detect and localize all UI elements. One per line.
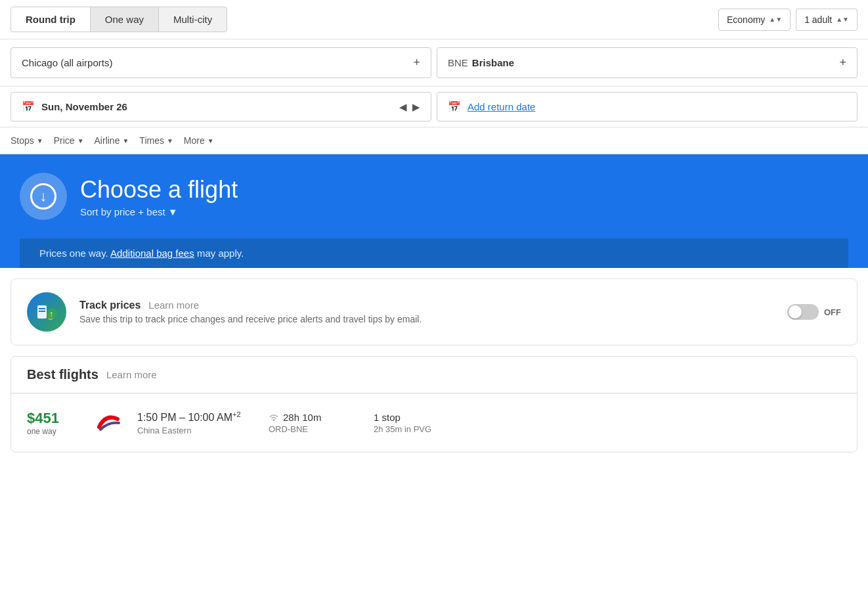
stops-count: 1 stop (374, 412, 431, 423)
toggle-knob (789, 305, 802, 319)
svg-text:↑: ↑ (49, 309, 53, 319)
cabin-class-arrows: ▲▼ (769, 16, 782, 23)
best-flights-header: Best flights Learn more (11, 357, 857, 393)
trip-tab-group: Round trip One way Multi-city (11, 7, 227, 32)
passengers-label: 1 adult (804, 14, 832, 25)
origin-text: Chicago (all airports) (22, 57, 112, 68)
filter-more-label: More (184, 135, 205, 146)
departure-date-text: Sun, November 26 (41, 101, 127, 112)
destination-code: BNE (448, 57, 468, 68)
filter-price-label: Price (54, 135, 75, 146)
airline-chevron-icon: ▼ (122, 137, 129, 144)
destination-city: Brisbane (472, 57, 514, 68)
svg-rect-2 (39, 311, 45, 312)
best-flights-title: Best flights (27, 367, 98, 382)
may-apply-text: may apply. (197, 248, 244, 259)
choose-flight-title: Choose a flight (80, 176, 238, 204)
track-toggle-wrap: OFF (787, 304, 841, 320)
flight-times: 1:50 PM – 10:00 AM+2 China Eastern (137, 410, 255, 435)
filter-stops-label: Stops (11, 135, 34, 146)
prices-one-way-text: Prices one way. (39, 248, 108, 259)
origin-plus[interactable]: + (413, 56, 420, 70)
filter-times-label: Times (139, 135, 164, 146)
tab-multi-city[interactable]: Multi-city (158, 7, 227, 32)
filter-airline-label: Airline (95, 135, 120, 146)
trip-type-bar: Round trip One way Multi-city Economy ▲▼… (0, 0, 868, 39)
sort-by-text: Sort by price + best (80, 206, 165, 217)
flight-route: ORD-BNE (269, 424, 360, 434)
date-nav-arrows: ◀ ▶ (399, 101, 420, 113)
more-chevron-icon: ▼ (207, 137, 214, 144)
track-title-row: Track prices Learn more (79, 299, 774, 311)
tab-one-way[interactable]: One way (91, 7, 158, 32)
best-flights-learn-more[interactable]: Learn more (106, 369, 157, 380)
track-prices-text: Track prices Learn more Save this trip t… (79, 299, 774, 324)
filter-row: Stops ▼ Price ▼ Airline ▼ Times ▼ More ▼ (0, 127, 868, 154)
filter-more[interactable]: More ▼ (184, 135, 214, 146)
departure-date-input[interactable]: 📅 Sun, November 26 ◀ ▶ (11, 92, 431, 121)
date-row: 📅 Sun, November 26 ◀ ▶ 📅 Add return date (0, 87, 868, 127)
price-chevron-icon: ▼ (77, 137, 84, 144)
add-return-date[interactable]: Add return date (467, 101, 535, 112)
flight-price-label: one way (27, 427, 79, 436)
duration-wifi: 28h 10m (269, 412, 360, 423)
cabin-class-select[interactable]: Economy ▲▼ (718, 9, 791, 31)
times-chevron-icon: ▼ (167, 137, 173, 144)
search-row: Chicago (all airports) + BNE Brisbane + (0, 39, 868, 87)
calendar-icon-return: 📅 (448, 100, 461, 113)
filter-stops[interactable]: Stops ▼ (11, 135, 43, 146)
sort-by-label[interactable]: Sort by price + best ▼ (80, 206, 238, 217)
airline-logo (93, 407, 124, 439)
flight-duration: 28h 10m ORD-BNE (269, 412, 360, 434)
sort-chevron-icon: ▼ (168, 206, 178, 217)
track-prices-learn-more[interactable]: Learn more (148, 299, 199, 311)
stop-detail: 2h 35m in PVG (374, 424, 431, 434)
additional-bag-fees-link[interactable]: Additional bag fees (110, 248, 194, 259)
flight-price: $451 one way (27, 410, 79, 436)
main-container: Round trip One way Multi-city Economy ▲▼… (0, 0, 868, 616)
wifi-icon (269, 412, 279, 423)
passengers-select[interactable]: 1 adult ▲▼ (796, 9, 857, 31)
cabin-class-label: Economy (727, 14, 765, 25)
track-prices-title: Track prices (79, 299, 141, 311)
tab-round-trip[interactable]: Round trip (11, 7, 91, 32)
flight-departure-arrival: 1:50 PM – 10:00 AM+2 (137, 410, 255, 424)
down-arrow-icon: ↓ (30, 183, 56, 209)
toggle-state-label: OFF (824, 307, 841, 317)
track-prices-icon: $ ↑ (27, 292, 66, 332)
next-date-arrow[interactable]: ▶ (412, 101, 420, 113)
days-offset: +2 (232, 410, 241, 418)
calendar-icon-departure: 📅 (22, 100, 35, 113)
down-circle-icon: ↓ (20, 173, 67, 220)
prev-date-arrow[interactable]: ◀ (399, 101, 407, 113)
track-description: Save this trip to track price changes an… (79, 314, 774, 324)
svg-rect-1 (39, 308, 45, 309)
flight-row[interactable]: $451 one way 1:50 PM – 10:00 AM+2 C (11, 393, 857, 452)
banner-top: ↓ Choose a flight Sort by price + best ▼ (20, 173, 848, 238)
passengers-arrows: ▲▼ (836, 16, 849, 23)
banner-bottom: Prices one way. Additional bag fees may … (20, 238, 848, 268)
best-flights-section: Best flights Learn more $451 one way (11, 356, 857, 452)
flight-price-value: $451 (27, 410, 79, 427)
filter-times[interactable]: Times ▼ (139, 135, 173, 146)
svg-point-7 (273, 419, 275, 421)
choose-flight-banner: ↓ Choose a flight Sort by price + best ▼… (0, 154, 868, 268)
track-prices-card: $ ↑ Track prices Learn more Save this tr… (11, 278, 857, 345)
flight-stops: 1 stop 2h 35m in PVG (374, 412, 431, 434)
airline-name: China Eastern (137, 426, 255, 435)
stops-chevron-icon: ▼ (37, 137, 43, 144)
destination-input[interactable]: BNE Brisbane + (437, 47, 857, 78)
banner-text: Choose a flight Sort by price + best ▼ (80, 176, 238, 217)
trip-options: Economy ▲▼ 1 adult ▲▼ (718, 9, 857, 31)
return-date-input[interactable]: 📅 Add return date (437, 92, 857, 121)
destination-plus[interactable]: + (839, 56, 846, 70)
origin-input[interactable]: Chicago (all airports) + (11, 47, 431, 78)
track-prices-toggle[interactable] (787, 304, 819, 320)
duration-text: 28h 10m (283, 412, 321, 423)
filter-price[interactable]: Price ▼ (54, 135, 84, 146)
filter-airline[interactable]: Airline ▼ (95, 135, 129, 146)
